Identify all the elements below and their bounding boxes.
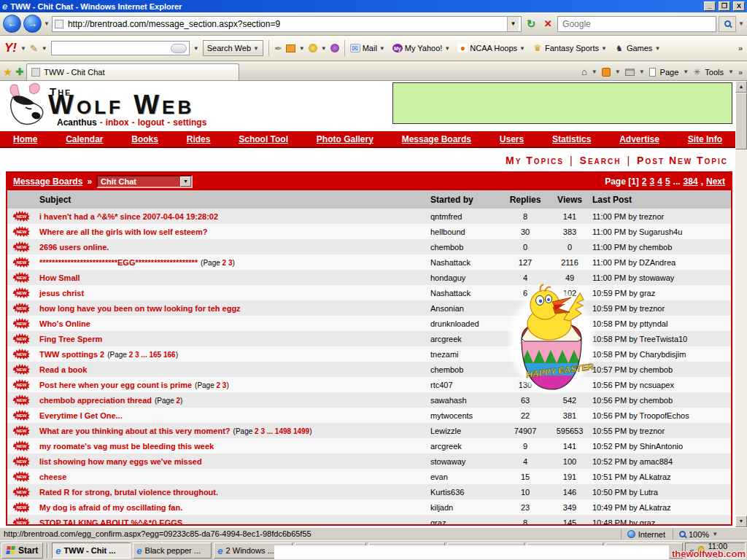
topic-last-post[interactable]: 10:48 PM by graz (592, 518, 731, 526)
page-menu-label[interactable]: Page (660, 68, 679, 77)
nav-link[interactable]: Photo Gallery (317, 134, 374, 144)
minimize-button[interactable]: _ (704, 1, 716, 11)
topic-last-post[interactable]: 11:00 PM by DZAndrea (592, 258, 731, 267)
happy-easter-egg-image[interactable]: HAPPY EASTER (507, 283, 596, 394)
topic-last-post[interactable]: 10:49 PM by ALkatraz (592, 503, 731, 512)
scroll-down-icon[interactable]: ▼ (735, 516, 747, 527)
topic-started-by[interactable]: arcgreek (430, 335, 503, 343)
rss-feed-icon[interactable] (602, 68, 611, 77)
search-provider-dropdown-icon[interactable]: ▼ (738, 20, 744, 27)
topic-started-by[interactable]: graz (430, 518, 503, 526)
page-scrollbar[interactable]: ▲ ▼ (735, 81, 747, 527)
yahoo-toolbar-item[interactable]: My My Yahoo! ▼ (392, 44, 451, 52)
topic-started-by[interactable]: Ansonian (430, 304, 503, 313)
topic-last-post[interactable]: 11:00 PM by Sugarush4u (592, 228, 731, 236)
user-link[interactable]: logout (138, 117, 165, 128)
topic-subject-link[interactable]: Post here when your egg count is prime (39, 381, 192, 389)
topic-last-post[interactable]: 10:56 PM by chembob (592, 396, 731, 405)
topic-subject-link[interactable]: how long have you been on tww looking fo… (39, 304, 241, 313)
topic-pages[interactable]: (Page 2 3 ... 165 166) (107, 351, 178, 359)
topic-subject-link[interactable]: Read a book (39, 365, 87, 374)
address-input[interactable] (66, 18, 504, 30)
page-link[interactable]: 384 (684, 176, 698, 187)
topic-subject-link[interactable]: jesus christ (39, 289, 84, 298)
yahoo-toolbar-item[interactable]: ♞ Games ▼ (614, 44, 660, 52)
topic-started-by[interactable]: stowaway (430, 457, 503, 466)
page-link[interactable]: , (701, 176, 703, 187)
topic-subject-link[interactable]: *************************EGG************… (39, 258, 198, 267)
tools-dropdown-icon[interactable]: ▼ (728, 69, 734, 75)
search-go-button[interactable] (719, 16, 736, 32)
nav-link[interactable]: Advertise (619, 134, 659, 144)
task-window-button[interactable]: e Black pepper ... (133, 542, 212, 559)
topic-last-post[interactable]: 10:56 PM by TroopofEchos (592, 411, 731, 420)
nav-link[interactable]: Users (500, 134, 524, 144)
topic-last-post[interactable]: 11:00 PM by chembob (592, 243, 731, 252)
page-link[interactable]: 2 (642, 176, 647, 187)
topic-subject-link[interactable]: How Small (39, 273, 80, 282)
topic-action-link[interactable]: Search| (580, 155, 638, 166)
topic-subject-link[interactable]: list showing how many eggs we've missed (39, 457, 202, 466)
topic-last-post[interactable]: 10:51 PM by ALkatraz (592, 472, 731, 481)
address-dropdown-icon[interactable]: ▼ (507, 17, 519, 31)
topic-subject-link[interactable]: What are you thinking about at this very… (39, 427, 231, 435)
start-button[interactable]: Start (1, 542, 43, 559)
topic-started-by[interactable]: evan (430, 472, 503, 481)
topic-started-by[interactable]: chembob (430, 365, 503, 374)
nav-link[interactable]: Statistics (552, 134, 591, 144)
yahoo-toolbar-item[interactable]: ✉ Mail ▼ (350, 44, 385, 52)
bookmarks-icon[interactable] (286, 44, 295, 52)
printer-icon[interactable] (625, 69, 635, 76)
topic-last-post[interactable]: 11:00 PM by stowaway (592, 273, 731, 282)
nav-link[interactable]: School Tool (239, 134, 288, 144)
page-link[interactable]: 4 (657, 176, 662, 187)
search-web-dropdown-icon[interactable]: ▼ (253, 45, 259, 52)
topic-subject-link[interactable]: STOP TALKING ABOUT %^&*() EGGS (39, 518, 182, 526)
nav-link[interactable]: Rides (187, 134, 211, 144)
topic-pages[interactable]: (Page 2 3) (195, 381, 229, 389)
topic-subject-link[interactable]: cheese (39, 472, 66, 481)
user-link[interactable]: inbox (106, 117, 129, 128)
topic-pages[interactable]: (Page 2 3) (201, 259, 235, 267)
item-dropdown-icon[interactable]: ▼ (654, 45, 660, 52)
topic-started-by[interactable]: Nashattack (430, 289, 503, 298)
page-link[interactable]: Page [1] (605, 176, 639, 187)
nav-link[interactable]: Calendar (66, 134, 103, 144)
topic-last-post[interactable]: 10:55 PM by treznor (592, 427, 731, 435)
topic-subject-link[interactable]: Rated R for strong, brutal violence thro… (39, 488, 218, 497)
topic-started-by[interactable]: hellbound (430, 228, 503, 236)
topic-started-by[interactable]: Nashattack (430, 258, 503, 267)
scrollbar-thumb[interactable] (735, 93, 747, 149)
topic-last-post[interactable]: 10:59 PM by treznor (592, 304, 731, 313)
forward-button[interactable]: → (23, 15, 42, 33)
globe-dropdown-icon[interactable]: ▼ (321, 45, 327, 52)
nav-link[interactable]: Site Info (688, 134, 722, 144)
topic-pages[interactable]: (Page 2) (155, 397, 182, 405)
section-select[interactable]: Chit Chat ▼ (96, 175, 193, 188)
topic-subject-link[interactable]: chembob appreciation thread (39, 396, 152, 405)
yahoo-search-dropdown-icon[interactable]: ▼ (193, 45, 199, 52)
topic-last-post[interactable]: 10:58 PM by pttyndal (592, 319, 731, 328)
search-web-button[interactable]: Search Web ▼ (203, 40, 263, 56)
topic-subject-link[interactable]: Where are all the girls with low self es… (39, 228, 207, 236)
toolbar-overflow-chevron[interactable]: » (738, 44, 743, 52)
topic-started-by[interactable]: arcgreek (430, 442, 503, 451)
topic-started-by[interactable]: qntmfred (430, 212, 503, 221)
zoom-control[interactable]: 100% ▼ (673, 529, 746, 540)
search-input[interactable] (561, 18, 713, 30)
nav-link[interactable]: Books (131, 134, 158, 144)
stop-button[interactable]: ✕ (541, 18, 555, 29)
page-menu-icon[interactable] (649, 68, 656, 77)
topic-last-post[interactable]: 10:59 PM by graz (592, 289, 731, 298)
page-dropdown-icon[interactable]: ▼ (683, 69, 689, 75)
yahoo-menu-dropdown-icon[interactable]: ▼ (20, 45, 26, 52)
topic-started-by[interactable]: tnezami (430, 350, 503, 359)
topic-started-by[interactable]: kiljadn (430, 503, 503, 512)
home-icon[interactable]: ⌂ (581, 66, 587, 77)
topic-last-post[interactable]: 11:00 PM by treznor (592, 212, 731, 221)
topic-last-post[interactable]: 10:56 PM by ncsuapex (592, 381, 731, 389)
topic-started-by[interactable]: chembob (430, 243, 503, 252)
yahoo-search-field[interactable] (51, 41, 190, 55)
topic-subject-link[interactable]: TWW spottings 2 (39, 350, 104, 359)
restore-button[interactable]: ❐ (719, 1, 730, 11)
